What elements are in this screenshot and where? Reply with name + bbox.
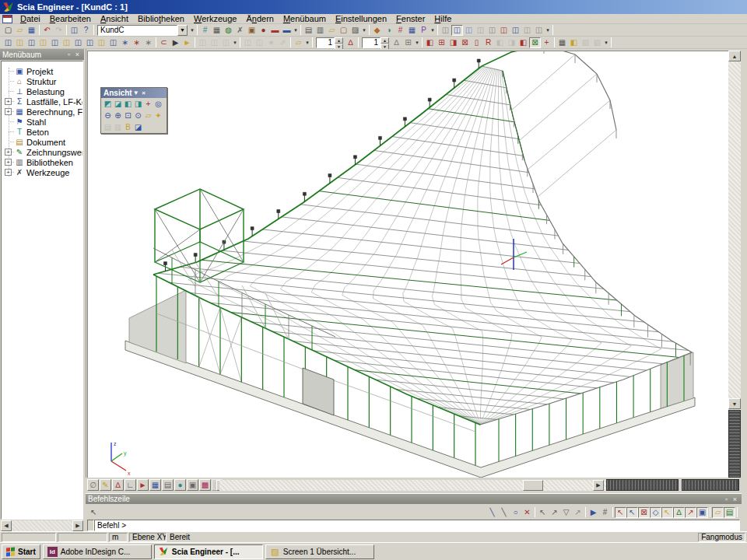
image-icon[interactable]: ●: [258, 25, 269, 36]
menu-ansicht[interactable]: Ansicht: [96, 14, 133, 24]
scroll-down-icon[interactable]: ▼: [728, 398, 741, 409]
open-project-icon[interactable]: ▱: [14, 25, 26, 36]
expand-icon[interactable]: +: [5, 169, 12, 176]
scale-spinner-2[interactable]: 1 ▲▼: [362, 37, 389, 48]
save-view-icon[interactable]: ▦: [556, 37, 568, 48]
tree-item-5[interactable]: ⚑Stahl: [2, 117, 82, 127]
render-view-icon[interactable]: ◧: [568, 37, 580, 48]
close-all-windows-icon[interactable]: ◫: [68, 25, 80, 36]
mesh-view-icon[interactable]: #: [395, 25, 406, 36]
gallery-icon[interactable]: ▱: [326, 25, 338, 36]
jump-window-icon[interactable]: ⇗: [277, 37, 289, 48]
table-view-icon[interactable]: ▦: [406, 25, 418, 36]
select-dimensions-icon[interactable]: ◫: [61, 37, 72, 48]
activity-9-icon[interactable]: ◫: [533, 25, 545, 36]
viewport-vertical-scrollbar[interactable]: ▲ ▼: [728, 51, 741, 478]
palette-dropdown-icon[interactable]: ▼: [132, 89, 140, 96]
window-small-icon[interactable]: ▣: [187, 479, 198, 491]
dot-grid-icon[interactable]: ▱: [712, 507, 724, 518]
snap-midpoint-icon[interactable]: ↖: [615, 507, 626, 518]
new-document-icon[interactable]: ▢: [2, 25, 14, 36]
zoom-rotate-icon[interactable]: ◎: [153, 99, 163, 109]
sidebar-horizontal-scrollbar[interactable]: ◀ ▶: [1, 520, 83, 531]
vertical-scroll-thumb[interactable]: [728, 410, 741, 478]
menu-menübaum[interactable]: Menübaum: [279, 14, 331, 24]
expand-icon[interactable]: +: [5, 159, 12, 166]
taskbar-button-screen[interactable]: ▨Screen 1 Übersicht...: [265, 544, 374, 559]
fly-mode-icon[interactable]: ►: [181, 37, 193, 48]
loadcase-5-icon[interactable]: ▯: [471, 37, 482, 48]
close-icon[interactable]: ×: [73, 51, 82, 58]
project-combo-value[interactable]: KundC: [97, 25, 177, 36]
node-right-icon[interactable]: ↗: [549, 507, 560, 518]
menu-einstellungen[interactable]: Einstellungen: [331, 14, 391, 24]
activity-8-icon[interactable]: ◫: [521, 25, 533, 36]
menu-bibliotheken[interactable]: Bibliotheken: [133, 14, 189, 24]
node-labels-icon[interactable]: ∆: [112, 479, 124, 491]
tree-item-8[interactable]: +✎Zeichnungswerkzeuge: [2, 147, 82, 157]
overflow-icon[interactable]: ▾: [545, 25, 551, 36]
snap-endpoint-icon[interactable]: ↖: [626, 507, 638, 518]
tree-item-6[interactable]: TBeton: [2, 127, 82, 137]
snap-intersection-icon[interactable]: ⊠: [638, 507, 650, 518]
loadcase-4-icon[interactable]: ⊠: [459, 37, 471, 48]
line-grid-icon[interactable]: ▤: [724, 507, 735, 518]
beam-red-icon[interactable]: ▬: [269, 25, 281, 36]
select-nodes-icon[interactable]: ◫: [2, 37, 14, 48]
new-layer-icon[interactable]: ▱: [293, 37, 304, 48]
menu-hilfe[interactable]: Hilfe: [430, 14, 456, 24]
expand-icon[interactable]: +: [5, 149, 12, 156]
combo-dropdown-icon[interactable]: ▼: [177, 25, 188, 36]
select-filter-icon[interactable]: ◫: [107, 37, 119, 48]
project-settings-icon[interactable]: #: [199, 25, 211, 36]
scale-up-icon[interactable]: ∆: [391, 37, 402, 48]
zoom-in-icon[interactable]: ⊕: [113, 110, 123, 121]
activity-1-icon[interactable]: ◫: [440, 25, 451, 36]
snap-mode-status[interactable]: Fangmodus: [698, 533, 745, 542]
pick-snap-icon[interactable]: ▶: [587, 507, 599, 518]
open-view-icon[interactable]: ▱: [143, 110, 153, 121]
scroll-up-icon[interactable]: ▲: [728, 51, 741, 61]
print-small-icon[interactable]: ▤: [162, 479, 174, 491]
render-mode-icon[interactable]: ✎: [100, 479, 111, 491]
activity-4-icon[interactable]: ◫: [475, 25, 486, 36]
project-combo[interactable]: KundC ▼: [97, 25, 188, 36]
view-xy-icon[interactable]: ◩: [103, 99, 113, 109]
report-icon[interactable]: ▨: [349, 25, 361, 36]
menu-datei[interactable]: Datei: [16, 14, 45, 24]
colored-grid-icon[interactable]: ▩: [199, 479, 211, 491]
tree-item-1[interactable]: ⌂Struktur: [2, 76, 82, 86]
cut-icon[interactable]: ✗: [234, 25, 246, 36]
activity-3-icon[interactable]: ◫: [463, 25, 475, 36]
snap-perpendicular-icon[interactable]: ↖: [661, 507, 673, 518]
axes-view-icon[interactable]: +: [143, 99, 153, 109]
grid-snap-icon[interactable]: #: [599, 507, 611, 518]
pin-icon[interactable]: ▫: [65, 51, 73, 58]
loadcase-2-icon[interactable]: ⊞: [436, 37, 447, 48]
section-view-icon[interactable]: ▦: [149, 479, 161, 491]
member-labels-icon[interactable]: ∟: [124, 479, 136, 491]
view-xz-icon[interactable]: ◪: [113, 99, 123, 109]
zoom-window-icon[interactable]: ⊡: [123, 110, 133, 121]
select-surfaces-icon[interactable]: ◫: [26, 37, 37, 48]
calculator-icon[interactable]: ▦: [211, 25, 223, 36]
snap-tangent-icon[interactable]: ∆: [673, 507, 685, 518]
copy-entity-icon[interactable]: ◫: [197, 37, 209, 48]
snap-center-icon[interactable]: ▣: [696, 507, 708, 518]
clipping-box-icon[interactable]: B: [123, 122, 133, 132]
pick-cursor-icon[interactable]: ▶: [170, 37, 181, 48]
overflow-icon[interactable]: ▾: [430, 25, 436, 36]
mirror-entity-icon[interactable]: ◫: [220, 37, 232, 48]
activity-6-icon[interactable]: ◫: [498, 25, 510, 36]
overflow-icon[interactable]: ▾: [293, 25, 299, 36]
select-members-icon[interactable]: ◫: [14, 37, 26, 48]
select-labels-icon[interactable]: ◫: [72, 37, 84, 48]
start-button[interactable]: Start: [2, 544, 40, 559]
taskbar-button-indesign[interactable]: IdAdobe InDesign C...: [43, 544, 152, 559]
loadcase-1-icon[interactable]: ◧: [424, 37, 436, 48]
pane-scroll-thumb-1[interactable]: [606, 479, 679, 491]
move-entity-icon[interactable]: ◫: [209, 37, 220, 48]
select-supports-icon[interactable]: ◫: [49, 37, 61, 48]
arrange-windows-icon[interactable]: ∗: [265, 37, 277, 48]
redo-icon[interactable]: ↷: [53, 25, 65, 36]
